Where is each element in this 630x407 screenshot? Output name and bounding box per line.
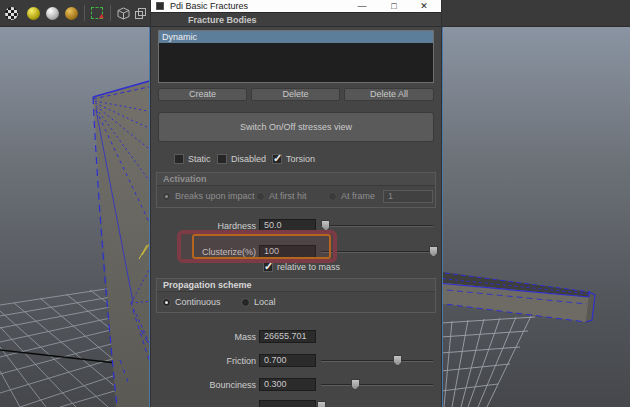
at-frame-label: At frame xyxy=(341,191,375,201)
propagation-header: Propagation scheme xyxy=(157,279,435,292)
yellow-sphere-icon[interactable] xyxy=(27,7,40,20)
activation-header: Activation xyxy=(157,173,435,186)
activation-group: Activation Breaks upon impact At first h… xyxy=(156,172,436,208)
friction-field[interactable]: 0.700 xyxy=(259,354,316,367)
mass-row: Mass 26655.701 xyxy=(151,330,441,344)
create-button[interactable]: Create xyxy=(158,88,247,101)
friction-label: Friction xyxy=(151,356,256,366)
checkbox-torsion[interactable]: Torsion xyxy=(272,154,315,164)
radio-local[interactable]: Local xyxy=(241,297,276,307)
section-header-fracture-bodies: Fracture Bodies xyxy=(151,12,441,27)
close-button[interactable]: ✕ xyxy=(416,0,432,12)
list-item-dynamic[interactable]: Dynamic xyxy=(159,31,433,43)
disabled-checkbox-box[interactable] xyxy=(217,154,227,164)
bounciness-row: Bounciness 0.300 xyxy=(151,378,441,392)
breaks-radio-dot[interactable] xyxy=(162,192,171,201)
toolbar-separator xyxy=(84,5,85,21)
delete-button[interactable]: Delete xyxy=(251,88,340,101)
mass-label: Mass xyxy=(151,332,256,342)
frame-number-field[interactable]: 1 xyxy=(383,190,433,203)
propagation-group: Propagation scheme Continuous Local xyxy=(156,278,436,313)
partial-field[interactable] xyxy=(259,400,316,407)
local-label: Local xyxy=(254,297,276,307)
partial-row xyxy=(151,400,441,407)
friction-slider[interactable] xyxy=(321,360,433,362)
screen: Pdi Basic Fractures — □ ✕ Fracture Bodie… xyxy=(0,0,630,407)
delete-all-button[interactable]: Delete All xyxy=(344,88,434,101)
first-hit-radio-dot[interactable] xyxy=(256,192,265,201)
clusterize-row: Clusterize(%) 100 xyxy=(151,245,441,259)
bounciness-slider-handle[interactable] xyxy=(351,379,360,390)
fracture-dialog: Pdi Basic Fractures — □ ✕ Fracture Bodie… xyxy=(151,0,441,407)
clusterize-slider[interactable] xyxy=(321,251,433,253)
checkbox-static[interactable]: Static xyxy=(174,154,211,164)
hardness-label: Hardness xyxy=(151,221,256,231)
torsion-label: Torsion xyxy=(286,154,315,164)
bodies-list[interactable]: Dynamic xyxy=(158,30,434,83)
silver-sphere-icon[interactable] xyxy=(46,7,59,20)
clusterize-field[interactable]: 100 xyxy=(259,245,316,258)
flags-row: Static Disabled Torsion xyxy=(151,154,441,167)
checkbox-relative-to-mass[interactable]: relative to mass xyxy=(263,262,340,272)
partial-slider-handle[interactable] xyxy=(317,401,326,407)
continuous-radio-dot[interactable] xyxy=(162,298,171,307)
cursor-arrow-icon xyxy=(99,13,106,20)
dialog-titlebar[interactable]: Pdi Basic Fractures — □ ✕ xyxy=(151,0,441,12)
checker-sphere-icon[interactable] xyxy=(5,7,18,20)
selection-mask-icon[interactable] xyxy=(91,7,103,19)
local-radio-dot[interactable] xyxy=(241,298,250,307)
stress-view-toggle-button[interactable]: Switch On/Off stresses view xyxy=(158,112,434,142)
clusterize-label: Clusterize(%) xyxy=(151,247,256,257)
hardness-slider[interactable] xyxy=(321,225,433,227)
breaks-label: Breaks upon impact xyxy=(175,191,255,201)
cube-icon[interactable] xyxy=(117,7,130,20)
static-label: Static xyxy=(188,154,211,164)
maximize-button[interactable]: □ xyxy=(386,0,402,12)
disabled-label: Disabled xyxy=(231,154,266,164)
bounciness-field[interactable]: 0.300 xyxy=(259,378,316,391)
friction-row: Friction 0.700 xyxy=(151,354,441,368)
toolbar-separator xyxy=(110,5,111,21)
static-checkbox-box[interactable] xyxy=(174,154,184,164)
first-hit-label: At first hit xyxy=(269,191,307,201)
radio-continuous[interactable]: Continuous xyxy=(162,297,221,307)
at-frame-radio-dot[interactable] xyxy=(328,192,337,201)
layers-icon[interactable] xyxy=(134,7,147,20)
window-title: Pdi Basic Fractures xyxy=(170,0,248,12)
minimize-button[interactable]: — xyxy=(354,0,370,12)
torsion-checkbox-box[interactable] xyxy=(272,154,282,164)
clusterize-slider-handle[interactable] xyxy=(429,246,438,257)
hardness-row: Hardness 50.0 xyxy=(151,219,441,233)
checkbox-disabled[interactable]: Disabled xyxy=(217,154,266,164)
gold-sphere-icon[interactable] xyxy=(65,7,78,20)
friction-slider-handle[interactable] xyxy=(393,355,402,366)
panel-border-right xyxy=(441,27,443,407)
app-icon xyxy=(156,2,164,10)
relative-to-mass-checkbox-box[interactable] xyxy=(263,262,273,272)
bounciness-label: Bounciness xyxy=(151,380,256,390)
hardness-field[interactable]: 50.0 xyxy=(259,219,316,232)
bounciness-slider[interactable] xyxy=(321,384,433,386)
hardness-slider-handle[interactable] xyxy=(321,220,330,231)
radio-at-frame[interactable]: At frame xyxy=(328,191,375,201)
radio-at-first-hit[interactable]: At first hit xyxy=(256,191,307,201)
mass-field[interactable]: 26655.701 xyxy=(259,330,316,343)
continuous-label: Continuous xyxy=(175,297,221,307)
radio-breaks-upon-impact[interactable]: Breaks upon impact xyxy=(162,191,255,201)
relative-to-mass-label: relative to mass xyxy=(277,262,340,272)
